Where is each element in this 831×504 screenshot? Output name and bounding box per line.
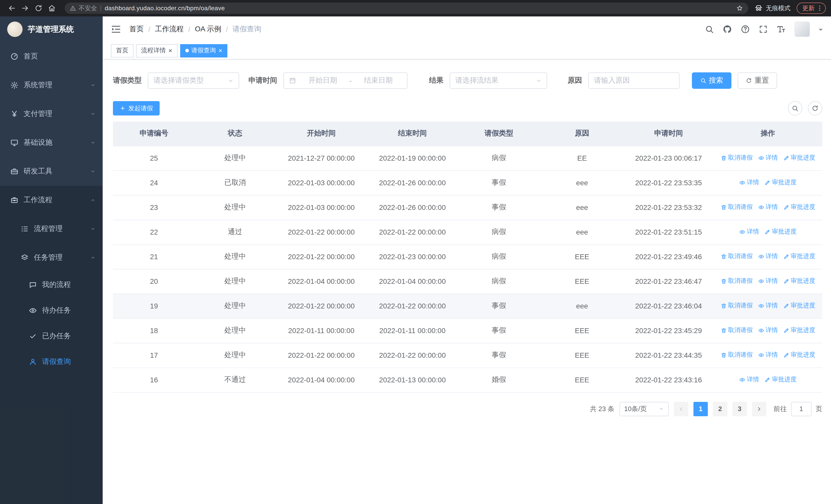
cancel-leave-action-link[interactable]: 取消请假	[720, 277, 753, 286]
detail-action-link[interactable]: 详情	[758, 252, 778, 261]
approval-progress-action-link[interactable]: 审批进度	[764, 376, 797, 384]
detail-action-link[interactable]: 详情	[758, 351, 778, 359]
action-label: 审批进度	[791, 351, 815, 359]
cancel-leave-action-link[interactable]: 取消请假	[720, 351, 753, 359]
actions-cell: 详情审批进度	[713, 367, 822, 392]
search-icon[interactable]	[705, 25, 714, 34]
breadcrumb-item[interactable]: 首页	[130, 25, 144, 34]
fullscreen-icon[interactable]	[758, 25, 768, 34]
approval-progress-action-link[interactable]: 审批进度	[764, 178, 797, 187]
user-avatar[interactable]	[795, 22, 810, 37]
caret-down-icon[interactable]	[819, 29, 823, 33]
sidebar-item-task-management[interactable]: 任务管理	[0, 243, 103, 272]
approval-progress-action-link[interactable]: 审批进度	[783, 301, 815, 310]
active-tab-dot	[185, 49, 189, 52]
back-icon[interactable]	[5, 2, 19, 15]
page-button-1[interactable]: 1	[693, 402, 708, 416]
create-leave-button[interactable]: 发起请假	[113, 101, 160, 116]
approval-progress-action-link[interactable]: 审批进度	[783, 351, 815, 359]
security-chip[interactable]: 不安全	[70, 4, 97, 12]
tab-process-detail[interactable]: 流程详情 ×	[136, 44, 177, 57]
page-button-3[interactable]: 3	[733, 402, 747, 416]
sidebar-item-home[interactable]: 首页	[0, 42, 103, 71]
home-icon[interactable]	[45, 2, 58, 15]
sidebar-item-payment[interactable]: 支付管理	[0, 99, 103, 128]
detail-action-link[interactable]: 详情	[758, 203, 778, 212]
table-row: 16不通过2022-01-04 00:00:002022-01-13 00:00…	[113, 367, 822, 392]
cancel-leave-action-link[interactable]: 取消请假	[720, 326, 753, 335]
app-logo-row[interactable]: 芋道管理系统	[0, 17, 103, 42]
url-text[interactable]: dashboard.yudao.iocoder.cn/bpm/oa/leave	[105, 5, 733, 12]
sidebar-item-workflow[interactable]: 工作流程	[0, 186, 103, 214]
sidebar-fold-icon[interactable]	[111, 24, 121, 34]
page-size-select[interactable]: 10条/页	[620, 402, 669, 416]
table-cell: 2022-01-22 00:00:00	[275, 220, 368, 244]
detail-action-link[interactable]: 详情	[758, 301, 778, 310]
detail-action-link[interactable]: 详情	[739, 228, 759, 236]
help-icon[interactable]	[741, 25, 750, 34]
breadcrumb-item[interactable]: 工作流程	[155, 25, 184, 34]
forward-icon[interactable]	[19, 2, 32, 15]
sidebar-item-system[interactable]: 系统管理	[0, 71, 103, 99]
next-page-button[interactable]	[752, 402, 766, 416]
action-label: 取消请假	[728, 154, 753, 162]
detail-action-link[interactable]: 详情	[758, 326, 778, 335]
breadcrumb-item[interactable]: OA 示例	[195, 25, 222, 34]
reason-input[interactable]: 请输入原因	[588, 72, 680, 89]
sidebar-item-done-tasks[interactable]: 已办任务	[0, 323, 103, 349]
cancel-leave-action-link[interactable]: 取消请假	[720, 301, 753, 310]
apply-time-range-picker[interactable]: 开始日期 - 结束日期	[283, 72, 407, 89]
eye-icon	[758, 278, 764, 284]
header-actions	[705, 22, 823, 37]
table-cell: 处理中	[195, 195, 275, 220]
search-button[interactable]: 搜索	[692, 72, 732, 89]
update-chip[interactable]: 更新	[797, 3, 826, 14]
sidebar-item-devtools[interactable]: 研发工具	[0, 157, 103, 186]
table-row: 25处理中2021-12-27 00:00:002022-01-19 00:00…	[113, 146, 822, 170]
cancel-leave-action-link[interactable]: 取消请假	[720, 154, 753, 162]
table-cell: 处理中	[195, 343, 275, 367]
table-row: 22通过2022-01-22 00:00:002022-01-22 00:00:…	[113, 220, 822, 244]
reset-button[interactable]: 重置	[738, 72, 777, 89]
refresh-icon[interactable]	[808, 101, 822, 116]
table-cell: 事假	[457, 170, 541, 195]
font-size-icon[interactable]	[777, 25, 786, 34]
prev-page-button[interactable]	[674, 402, 688, 416]
sidebar-item-infrastructure[interactable]: 基础设施	[0, 128, 103, 157]
detail-action-link[interactable]: 详情	[758, 277, 778, 286]
close-icon[interactable]: ×	[219, 47, 222, 54]
tab-home[interactable]: 首页	[111, 44, 134, 57]
incognito-badge: 无痕模式	[754, 4, 791, 12]
address-bar[interactable]: 不安全 dashboard.yudao.iocoder.cn/bpm/oa/le…	[65, 3, 748, 14]
approval-progress-action-link[interactable]: 审批进度	[783, 277, 815, 286]
cancel-leave-action-link[interactable]: 取消请假	[720, 203, 753, 212]
approval-progress-action-link[interactable]: 审批进度	[783, 154, 815, 162]
close-icon[interactable]: ×	[168, 47, 172, 54]
reload-icon[interactable]	[32, 2, 45, 15]
bookmark-star-icon[interactable]	[736, 5, 743, 12]
approval-progress-action-link[interactable]: 审批进度	[783, 252, 815, 261]
edit-icon	[783, 352, 789, 358]
page-goto-input[interactable]: 1	[791, 402, 811, 416]
date-range-separator: -	[349, 77, 352, 85]
detail-action-link[interactable]: 详情	[739, 376, 759, 384]
detail-action-link[interactable]: 详情	[758, 154, 778, 162]
leave-type-select[interactable]: 请选择请假类型	[148, 72, 239, 89]
tab-leave-query[interactable]: 请假查询 ×	[180, 44, 227, 57]
detail-action-link[interactable]: 详情	[739, 178, 759, 187]
sidebar-item-my-processes[interactable]: 我的流程	[0, 272, 103, 298]
result-select[interactable]: 请选择流结果	[450, 72, 547, 89]
approval-progress-action-link[interactable]: 审批进度	[783, 203, 815, 212]
cancel-leave-action-link[interactable]: 取消请假	[720, 252, 753, 261]
approval-progress-action-link[interactable]: 审批进度	[783, 326, 815, 335]
toggle-search-icon[interactable]	[788, 101, 802, 116]
github-icon[interactable]	[723, 25, 732, 34]
sidebar-item-todo-tasks[interactable]: 待办任务	[0, 298, 103, 323]
action-label: 审批进度	[791, 252, 815, 261]
page-button-2[interactable]: 2	[713, 402, 727, 416]
table-header-row: 申请编号 状态 开始时间 结束时间 请假类型 原因 申请时间 操作	[113, 122, 822, 146]
sidebar-item-process-management[interactable]: 流程管理	[0, 214, 103, 243]
table-cell: 2022-01-22 00:00:00	[368, 343, 457, 367]
sidebar-item-leave-query[interactable]: 请假查询	[0, 349, 103, 375]
approval-progress-action-link[interactable]: 审批进度	[764, 228, 797, 236]
